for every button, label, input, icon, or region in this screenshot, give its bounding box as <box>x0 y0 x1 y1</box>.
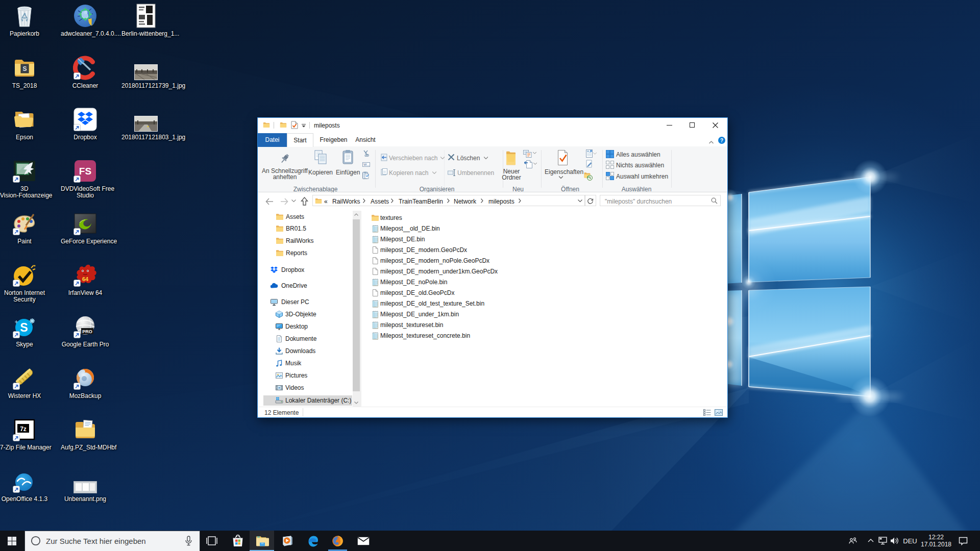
svg-text:FS: FS <box>79 166 91 177</box>
svg-text:S: S <box>20 321 28 334</box>
svg-text:PRO: PRO <box>82 329 92 334</box>
svg-text:?: ? <box>720 138 723 143</box>
svg-text:W: W <box>363 163 367 166</box>
svg-text:64: 64 <box>82 276 89 282</box>
svg-text:7z: 7z <box>20 425 27 433</box>
svg-text:S: S <box>22 65 27 72</box>
